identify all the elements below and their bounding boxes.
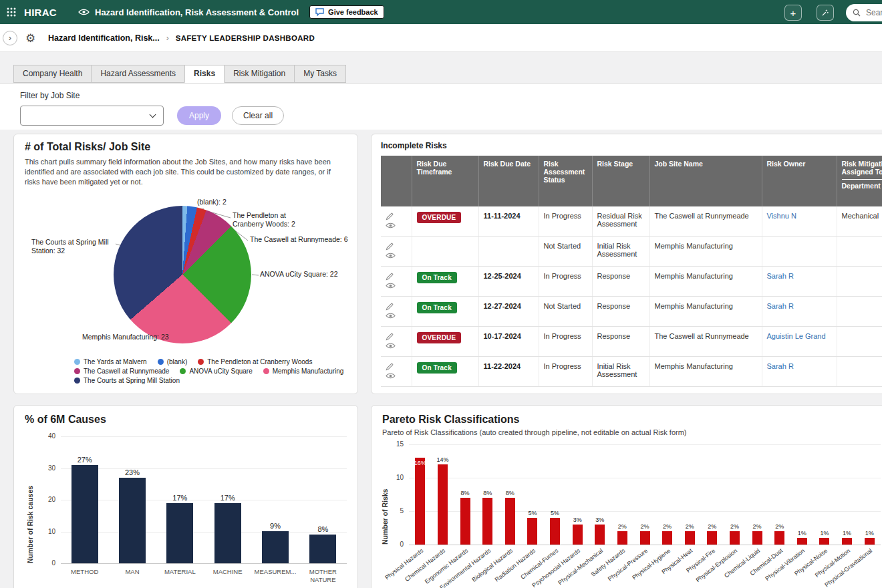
row-actions-cell bbox=[381, 206, 412, 237]
pie-callout: (blank): 2 bbox=[197, 198, 227, 206]
risk-owner-link[interactable]: Vishnu N bbox=[767, 212, 796, 220]
settings-gear-icon[interactable]: ⚙ bbox=[25, 31, 35, 45]
risk-owner-link[interactable]: Sarah R bbox=[767, 302, 794, 310]
pie-callout: Memphis Manufacturing: 23 bbox=[82, 333, 169, 341]
expand-sidebar-button[interactable]: › bbox=[3, 31, 17, 45]
feedback-chat-icon bbox=[315, 8, 324, 16]
column-header[interactable]: Risk Due Timeframe bbox=[412, 156, 478, 206]
bar-method bbox=[71, 465, 98, 563]
tab-risks[interactable]: Risks bbox=[184, 65, 225, 83]
breadcrumb-app-link[interactable]: Hazard Identification, Risk... bbox=[48, 33, 160, 43]
column-header-sub-label: Department bbox=[842, 179, 882, 190]
bar-radiation-hazards bbox=[527, 518, 537, 545]
row-actions-cell bbox=[381, 297, 412, 327]
view-eye-icon[interactable] bbox=[386, 372, 396, 380]
tab-my-tasks[interactable]: My Tasks bbox=[294, 65, 346, 83]
edit-pencil-icon[interactable] bbox=[386, 362, 396, 371]
due-date-cell: 11-22-2024 bbox=[478, 357, 539, 387]
column-header[interactable]: Risk Owner bbox=[762, 156, 837, 206]
timeframe-cell: On Track bbox=[412, 357, 478, 387]
six-m-causes-card: % of 6M Causes Number of Risk causes 010… bbox=[13, 405, 358, 588]
edit-pencil-icon[interactable] bbox=[386, 302, 396, 311]
view-eye-icon[interactable] bbox=[386, 342, 396, 349]
gridline bbox=[409, 511, 881, 512]
tab-company-health[interactable]: Company Health bbox=[13, 65, 92, 83]
column-header[interactable]: Risk Assessment Status bbox=[539, 156, 592, 206]
timeframe-badge: On Track bbox=[417, 272, 457, 283]
job-site-cell: The Caswell at Runnymeade bbox=[649, 327, 762, 357]
owner-cell: Sarah R bbox=[762, 357, 837, 387]
y-tick-label: 0 bbox=[38, 559, 55, 567]
due-date-cell: 11-11-2024 bbox=[478, 206, 539, 237]
give-feedback-button[interactable]: Give feedback bbox=[309, 5, 384, 19]
timeframe-badge: OVERDUE bbox=[417, 212, 462, 223]
owner-cell: Aguistin Le Grand bbox=[762, 327, 837, 357]
job-site-select[interactable] bbox=[20, 106, 164, 126]
bar-measurem- bbox=[262, 531, 289, 563]
tab-bar: Company HealthHazard AssessmentsRisksRis… bbox=[13, 65, 346, 83]
pareto-card-title: Pareto Risk Classifications bbox=[382, 414, 882, 426]
tab-hazard-assessments[interactable]: Hazard Assessments bbox=[91, 65, 185, 83]
page-input[interactable] bbox=[792, 394, 822, 394]
edit-pencil-icon[interactable] bbox=[386, 272, 396, 281]
pareto-chart: Number of Risks 05101516%Physical Hazard… bbox=[382, 444, 882, 545]
gridline bbox=[61, 436, 347, 437]
department-cell bbox=[837, 327, 882, 357]
app-grid-icon[interactable] bbox=[7, 7, 16, 17]
risk-owner-link[interactable]: Sarah R bbox=[767, 362, 794, 370]
pareto-card: Pareto Risk Classifications Pareto of Ri… bbox=[371, 405, 882, 588]
view-eye-icon[interactable] bbox=[386, 282, 396, 289]
risk-owner-link[interactable]: Aguistin Le Grand bbox=[767, 332, 826, 340]
add-button[interactable]: + bbox=[784, 5, 802, 21]
bar-value-label: 1% bbox=[856, 530, 882, 537]
status-cell: In Progress bbox=[539, 357, 592, 387]
column-header[interactable]: Risk Stage bbox=[592, 156, 649, 206]
column-header[interactable]: Job Site Name bbox=[649, 156, 762, 206]
legend-dot bbox=[263, 368, 269, 374]
x-axis-label: MOTHER NATURE bbox=[297, 568, 349, 585]
column-header[interactable] bbox=[381, 156, 412, 206]
filter-panel: Filter by Job Site Apply Clear all bbox=[0, 83, 882, 130]
pie-chart: (blank): 2The Pendleton at Cranberry Woo… bbox=[25, 191, 347, 355]
edit-pencil-icon[interactable] bbox=[386, 242, 396, 251]
bar-chemical-hazards bbox=[438, 464, 448, 545]
timeframe-cell bbox=[412, 237, 478, 267]
view-eye-icon[interactable] bbox=[386, 222, 396, 229]
bar-physical-pressure bbox=[640, 531, 650, 545]
edit-pencil-icon[interactable] bbox=[386, 332, 396, 341]
bar-physical-fire bbox=[707, 531, 717, 545]
risk-row: Not StartedInitial Risk AssessmentMemphi… bbox=[381, 237, 882, 267]
chevron-down-icon bbox=[150, 111, 156, 118]
legend-label: The Caswell at Runnymeade bbox=[84, 368, 169, 375]
y-tick-label: 40 bbox=[38, 432, 55, 440]
bar-chemical-fumes bbox=[550, 518, 560, 545]
view-eye-icon[interactable] bbox=[386, 312, 396, 319]
bar-value-label: 17% bbox=[214, 494, 241, 502]
legend-dot bbox=[74, 378, 80, 384]
bar-physical-vibration bbox=[797, 538, 807, 545]
search-box[interactable] bbox=[846, 4, 882, 21]
apply-button[interactable]: Apply bbox=[177, 106, 221, 125]
clear-all-button[interactable]: Clear all bbox=[232, 106, 284, 125]
job-site-cell: Memphis Manufacturing bbox=[649, 357, 762, 387]
department-cell bbox=[837, 267, 882, 297]
column-header[interactable]: Risk Mitigation Assigned To -Department bbox=[837, 156, 882, 206]
risk-owner-link[interactable]: Sarah R bbox=[767, 272, 794, 280]
risk-row: On Track11-22-2024In ProgressInitial Ris… bbox=[381, 357, 882, 387]
due-date: 10-17-2024 bbox=[484, 332, 521, 340]
gridline bbox=[409, 545, 881, 545]
bar-value-label: 14% bbox=[429, 456, 456, 463]
search-input[interactable] bbox=[865, 7, 882, 18]
column-header[interactable]: Risk Due Date bbox=[478, 156, 539, 206]
column-header-label: Risk Mitigation Assigned To - bbox=[842, 160, 882, 176]
bar-physical-gravitational bbox=[865, 538, 875, 545]
breadcrumb: Hazard Identification, Risk... › SAFETY … bbox=[48, 33, 315, 43]
row-actions-cell bbox=[381, 357, 412, 387]
gridline bbox=[61, 532, 347, 533]
tab-risk-mitigation[interactable]: Risk Mitigation bbox=[224, 65, 295, 83]
tools-icon[interactable] bbox=[817, 5, 834, 21]
edit-pencil-icon[interactable] bbox=[386, 212, 396, 220]
pagination: ‹123›Page bbox=[675, 394, 882, 394]
view-eye-icon[interactable] bbox=[386, 252, 396, 259]
y-tick-label: 15 bbox=[386, 440, 404, 448]
